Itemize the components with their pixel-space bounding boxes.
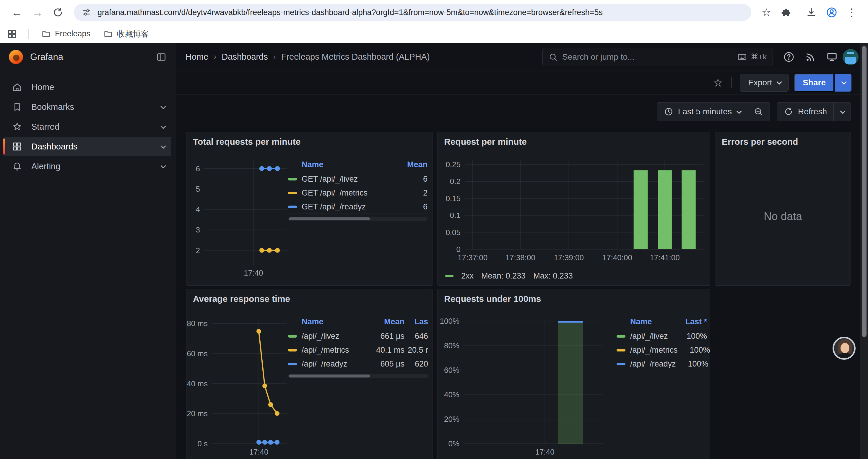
series-name[interactable]: GET /api/_/metrics — [302, 189, 395, 198]
series-name[interactable]: /api/_/readyz — [630, 359, 676, 369]
sidebar-item-alerting[interactable]: Alerting — [4, 157, 171, 176]
svg-text:0: 0 — [457, 245, 461, 254]
svg-text:3: 3 — [196, 225, 200, 234]
legend-row[interactable]: GET /api/_/livez 6 — [288, 172, 428, 186]
panel-title[interactable]: Request per minute — [444, 137, 527, 147]
favorite-star-icon[interactable]: ☆ — [713, 76, 723, 89]
legend-row[interactable]: /api/_/readyz 605 µs 620 — [288, 357, 428, 371]
chevron-down-icon[interactable] — [160, 163, 166, 168]
sidebar-toggle-icon[interactable] — [156, 52, 167, 63]
refresh-interval-button[interactable] — [834, 102, 850, 121]
legend-row[interactable]: /api/_/metrics 100% — [617, 343, 707, 357]
reload-icon[interactable] — [53, 7, 63, 18]
url-text: grafana.mathmast.com/d/deytv4rwavabkb/fr… — [97, 8, 603, 17]
browser-menu-icon[interactable]: ⋮ — [846, 6, 857, 19]
scrollbar-thumb[interactable] — [289, 218, 370, 220]
series-name[interactable]: /api/_/livez — [630, 332, 675, 341]
avg-response-time-chart[interactable]: 0 s20 ms40 ms60 ms80 ms17:40 — [191, 315, 289, 457]
downloads-icon[interactable] — [806, 7, 817, 18]
panel-total-requests: Total requests per minute 2345617:40 Nam… — [186, 132, 433, 286]
legend-row[interactable]: /api/_/livez 100% — [617, 329, 707, 343]
series-swatch — [617, 363, 625, 365]
bookmark-folder-blogs[interactable]: 收藏博客 — [103, 29, 149, 39]
series-last: 100% — [675, 332, 707, 341]
legend-header[interactable]: Name Mean Las — [288, 315, 428, 329]
export-button[interactable]: Export — [740, 74, 788, 92]
legend-header[interactable]: Name Mean — [288, 157, 428, 172]
series-name[interactable]: /api/_/livez — [302, 332, 354, 341]
legend-row[interactable]: /api/_/livez 661 µs 646 — [288, 329, 428, 343]
time-range-picker[interactable]: Last 5 minutes — [657, 102, 747, 121]
svg-text:60%: 60% — [444, 366, 459, 374]
extensions-icon[interactable] — [780, 7, 790, 18]
legend-row[interactable]: /api/_/metrics 40.1 ms 20.5 r — [288, 343, 428, 357]
series-name[interactable]: GET /api/_/livez — [302, 174, 395, 184]
chevron-down-icon[interactable] — [160, 124, 166, 129]
scrollbar-thumb[interactable] — [862, 46, 867, 337]
chevron-down-icon[interactable] — [160, 143, 166, 149]
legend-row[interactable]: /api/_/readyz 100% — [617, 357, 707, 371]
breadcrumb-home[interactable]: Home — [186, 52, 208, 62]
panel-title[interactable]: Requests under 100ms — [444, 294, 541, 304]
scrollbar-thumb[interactable] — [289, 374, 370, 378]
home-icon — [12, 82, 23, 93]
back-icon[interactable]: ← — [11, 6, 23, 19]
series-name[interactable]: GET /api/_/readyz — [302, 202, 395, 211]
share-button[interactable]: Share — [795, 74, 834, 92]
grafana-logo[interactable] — [9, 50, 23, 64]
svg-text:17:40: 17:40 — [244, 268, 263, 277]
share-menu-button[interactable] — [835, 74, 851, 92]
panel-title[interactable]: Total requests per minute — [193, 137, 301, 147]
profile-icon[interactable] — [826, 6, 838, 18]
help-icon[interactable] — [783, 51, 795, 63]
site-info-icon[interactable] — [82, 7, 92, 18]
header-icons — [783, 51, 838, 63]
series-name[interactable]: /api/_/metrics — [302, 346, 354, 355]
subheader-divider — [731, 77, 732, 88]
grafana-app: Grafana Home Bookmarks — [0, 43, 868, 459]
assistant-avatar[interactable] — [833, 337, 856, 360]
legend-row[interactable]: GET /api/_/readyz 6 — [288, 200, 428, 214]
series-swatch — [288, 192, 297, 194]
refresh-button[interactable]: Refresh — [777, 102, 833, 121]
legend-scrollbar[interactable] — [288, 374, 428, 378]
bookmark-folder-freeleaps[interactable]: Freeleaps — [41, 29, 90, 39]
url-bar[interactable]: grafana.mathmast.com/d/deytv4rwavabkb/fr… — [74, 4, 751, 21]
panel-request-per-minute: Request per minute 00.050.10.150.20.2517… — [437, 132, 710, 286]
request-per-minute-chart[interactable]: 00.050.10.150.20.2517:37:0017:38:0017:39… — [441, 157, 706, 263]
sidebar-item-dashboards[interactable]: Dashboards — [4, 137, 171, 156]
legend-header[interactable]: Name Last * — [617, 315, 707, 329]
panel-title[interactable]: Errors per second — [722, 137, 798, 147]
page-scrollbar[interactable] — [860, 43, 868, 459]
series-name[interactable]: /api/_/metrics — [630, 346, 678, 355]
breadcrumb-dashboards[interactable]: Dashboards — [222, 52, 268, 62]
panel-title[interactable]: Average response time — [193, 294, 290, 304]
breadcrumb-separator: › — [273, 52, 276, 61]
browser-toolbar: ← → grafana.mathmast.com/d/deytv4rwavabk… — [0, 0, 868, 25]
svg-text:0.2: 0.2 — [450, 177, 461, 186]
sidebar-item-home[interactable]: Home — [4, 78, 171, 97]
search-input[interactable]: Search or jump to... ⌘+k — [542, 48, 773, 66]
series-swatch — [288, 363, 297, 365]
sidebar-item-starred[interactable]: Starred — [4, 117, 171, 136]
svg-text:80%: 80% — [444, 341, 459, 350]
legend-scrollbar[interactable] — [288, 217, 428, 221]
series-name[interactable]: /api/_/readyz — [302, 359, 354, 369]
sidebar-item-bookmarks[interactable]: Bookmarks — [4, 97, 171, 117]
svg-text:4: 4 — [196, 205, 200, 214]
series-swatch — [288, 335, 297, 338]
apps-grid-icon[interactable] — [7, 29, 17, 39]
zoom-out-button[interactable] — [747, 102, 770, 121]
monitor-icon[interactable] — [826, 51, 838, 63]
requests-under-100ms-chart[interactable]: 0%20%40%60%80%100%17:40 — [441, 315, 606, 457]
series-name[interactable]: 2xx — [461, 271, 473, 281]
svg-text:60 ms: 60 ms — [187, 349, 208, 358]
legend-row[interactable]: GET /api/_/metrics 2 — [288, 186, 428, 200]
total-requests-chart[interactable]: 2345617:40 — [191, 157, 289, 278]
chevron-down-icon[interactable] — [160, 104, 166, 109]
forward-icon[interactable]: → — [32, 6, 43, 19]
news-rss-icon[interactable] — [805, 52, 816, 63]
dashboards-grid-icon — [12, 141, 23, 152]
bookmark-star-icon[interactable]: ☆ — [762, 6, 771, 19]
user-avatar[interactable] — [843, 49, 859, 65]
